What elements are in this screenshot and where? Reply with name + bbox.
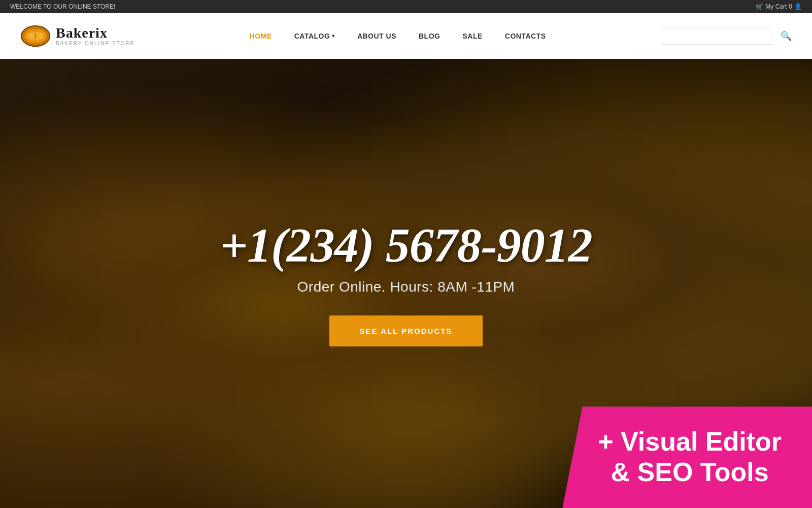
nav-blog-label: BLOG xyxy=(419,13,440,59)
cart-wrap[interactable]: 🛒 My Cart 0 👤 xyxy=(756,3,802,10)
nav-about-label: ABOUT US xyxy=(357,13,396,59)
header-right: 🔍 xyxy=(661,28,792,45)
nav-item-blog[interactable]: BLOG xyxy=(408,13,451,59)
promo-badge: + Visual Editor & SEO Tools xyxy=(562,406,812,508)
nav-contacts-label: CONTACTS xyxy=(505,13,546,59)
logo-emblem-icon xyxy=(20,21,51,51)
promo-badge-line2: & SEO Tools xyxy=(598,457,782,488)
top-bar: WELCOME TO OUR ONLINE STORE! 🛒 My Cart 0… xyxy=(0,0,812,13)
cart-count: 0 xyxy=(789,3,792,10)
nav-item-home[interactable]: HOME xyxy=(239,13,283,59)
cart-label: My Cart xyxy=(765,3,787,10)
nav-home-label: HOME xyxy=(250,13,272,59)
promo-badge-line1: + Visual Editor xyxy=(598,427,782,457)
hero-subtitle: Order Online. Hours: 8AM -11PM xyxy=(297,279,515,295)
logo[interactable]: Bakerix BAKERY ONLINE STORE xyxy=(20,21,134,51)
main-nav: HOME CATALOG ▾ ABOUT US BLOG SALE CONTAC… xyxy=(239,13,557,59)
logo-text: Bakerix BAKERY ONLINE STORE xyxy=(56,26,134,46)
nav-item-sale[interactable]: SALE xyxy=(451,13,493,59)
nav-catalog-label: CATALOG xyxy=(294,13,330,59)
welcome-text: WELCOME TO OUR ONLINE STORE! xyxy=(10,3,115,10)
nav-sale-label: SALE xyxy=(462,13,482,59)
user-icon: 👤 xyxy=(794,3,802,10)
nav-item-contacts[interactable]: CONTACTS xyxy=(494,13,557,59)
site-header: Bakerix BAKERY ONLINE STORE HOME CATALOG… xyxy=(0,13,812,59)
nav-item-catalog[interactable]: CATALOG ▾ xyxy=(283,13,346,59)
hero-section: +1(234) 5678-9012 Order Online. Hours: 8… xyxy=(0,59,812,508)
search-input[interactable] xyxy=(661,28,772,45)
hero-phone: +1(234) 5678-9012 xyxy=(220,221,592,270)
nav-item-about[interactable]: ABOUT US xyxy=(346,13,408,59)
cart-icon: 🛒 xyxy=(756,3,763,10)
chevron-down-icon: ▾ xyxy=(332,13,335,59)
search-button[interactable]: 🔍 xyxy=(781,30,792,42)
top-bar-right: 🛒 My Cart 0 👤 xyxy=(756,3,802,10)
see-all-products-button[interactable]: SEE ALL PRODUCTS xyxy=(329,315,483,346)
